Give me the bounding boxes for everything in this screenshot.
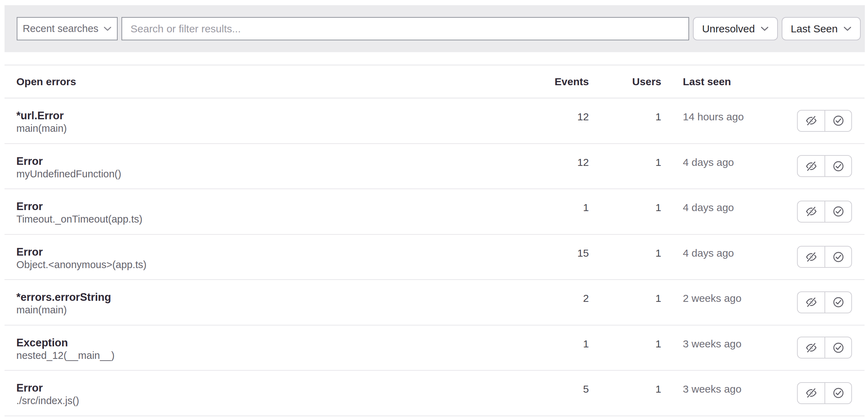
check-circle-icon <box>833 296 844 308</box>
issue-last-seen: 4 days ago <box>661 189 795 234</box>
column-header-open-errors: Open errors <box>16 76 530 88</box>
issue-last-seen: 14 hours ago <box>661 98 795 143</box>
issue-users-count: 1 <box>589 325 661 370</box>
row-action-group <box>797 155 852 177</box>
issue-title[interactable]: Error <box>16 200 530 213</box>
issue-title[interactable]: Error <box>16 155 530 168</box>
issue-events-count: 1 <box>530 325 589 370</box>
issue-culprit: main(main) <box>16 122 530 135</box>
row-action-group <box>797 382 852 404</box>
issue-row[interactable]: Error Timeout._onTimeout(app.ts) 1 1 4 d… <box>5 189 865 235</box>
table-body: *url.Error main(main) 12 1 14 hours ago <box>5 98 865 416</box>
resolve-button[interactable] <box>824 292 851 313</box>
mute-button[interactable] <box>798 337 824 358</box>
resolve-button[interactable] <box>824 156 851 176</box>
issue-users-count: 1 <box>589 235 661 280</box>
column-header-last-seen: Last seen <box>661 76 795 88</box>
mute-button[interactable] <box>798 292 824 313</box>
column-header-users: Users <box>589 76 661 88</box>
check-circle-icon <box>833 160 844 172</box>
issue-events-count: 1 <box>530 189 589 234</box>
eye-slash-icon <box>805 160 817 172</box>
issue-events-count: 12 <box>530 144 589 189</box>
row-action-group <box>797 201 852 223</box>
resolve-button[interactable] <box>824 111 851 131</box>
issue-events-count: 2 <box>530 280 589 325</box>
resolve-button[interactable] <box>824 383 851 403</box>
row-action-group <box>797 246 852 268</box>
issue-last-seen: 3 weeks ago <box>661 371 795 416</box>
issue-row[interactable]: Error myUndefinedFunction() 12 1 4 days … <box>5 144 865 190</box>
row-action-group <box>797 110 852 132</box>
issue-row[interactable]: Exception nested_12(__main__) 1 1 3 week… <box>5 325 865 371</box>
issue-row[interactable]: Error ./src/index.js() 5 1 3 weeks ago <box>5 371 865 416</box>
resolve-button[interactable] <box>824 201 851 222</box>
eye-slash-icon <box>805 296 817 308</box>
mute-button[interactable] <box>798 111 824 131</box>
mute-button[interactable] <box>798 383 824 403</box>
issue-events-count: 15 <box>530 235 589 280</box>
issues-page: Recent searches Unresolved Last Seen Ope… <box>0 0 868 418</box>
eye-slash-icon <box>805 251 817 263</box>
resolve-button[interactable] <box>824 247 851 267</box>
recent-searches-label: Recent searches <box>23 23 98 34</box>
check-circle-icon <box>833 115 844 127</box>
column-header-events: Events <box>530 76 589 88</box>
row-action-group <box>797 291 852 313</box>
issue-title[interactable]: Exception <box>16 336 530 349</box>
issue-users-count: 1 <box>589 144 661 189</box>
filter-bar: Recent searches Unresolved Last Seen <box>5 5 865 52</box>
eye-slash-icon <box>805 342 817 354</box>
issue-culprit: ./src/index.js() <box>16 394 530 407</box>
chevron-down-icon <box>103 26 112 31</box>
eye-slash-icon <box>805 387 817 399</box>
chevron-down-icon <box>760 26 769 31</box>
issue-last-seen: 2 weeks ago <box>661 280 795 325</box>
issue-users-count: 1 <box>589 280 661 325</box>
issue-title[interactable]: *errors.errorString <box>16 291 530 304</box>
mute-button[interactable] <box>798 201 824 222</box>
issue-culprit: main(main) <box>16 304 530 316</box>
issue-last-seen: 3 weeks ago <box>661 325 795 370</box>
issues-table: Open errors Events Users Last seen *url.… <box>5 65 865 416</box>
issue-users-count: 1 <box>589 98 661 143</box>
search-input[interactable] <box>122 18 688 40</box>
issue-culprit: myUndefinedFunction() <box>16 168 530 180</box>
sort-filter-button[interactable]: Last Seen <box>782 17 861 40</box>
issue-events-count: 5 <box>530 371 589 416</box>
search-box <box>121 17 689 40</box>
issue-users-count: 1 <box>589 371 661 416</box>
check-circle-icon <box>833 342 844 354</box>
status-filter-label: Unresolved <box>702 23 755 35</box>
status-filter-button[interactable]: Unresolved <box>693 17 778 40</box>
issue-culprit: Object.<anonymous>(app.ts) <box>16 258 530 271</box>
issue-last-seen: 4 days ago <box>661 144 795 189</box>
recent-searches-dropdown[interactable]: Recent searches <box>17 17 118 40</box>
check-circle-icon <box>833 387 844 399</box>
mute-button[interactable] <box>798 156 824 176</box>
issue-culprit: nested_12(__main__) <box>16 349 530 362</box>
issue-last-seen: 4 days ago <box>661 235 795 280</box>
sort-filter-label: Last Seen <box>791 23 838 35</box>
issue-title[interactable]: *url.Error <box>16 109 530 122</box>
issue-users-count: 1 <box>589 189 661 234</box>
issue-row[interactable]: Error Object.<anonymous>(app.ts) 15 1 4 … <box>5 235 865 280</box>
eye-slash-icon <box>805 206 817 217</box>
issue-row[interactable]: *url.Error main(main) 12 1 14 hours ago <box>5 98 865 144</box>
table-header: Open errors Events Users Last seen <box>5 65 865 98</box>
check-circle-icon <box>833 251 844 263</box>
chevron-down-icon <box>843 26 852 31</box>
issue-title[interactable]: Error <box>16 381 530 394</box>
eye-slash-icon <box>805 115 817 127</box>
issue-title[interactable]: Error <box>16 246 530 258</box>
issue-culprit: Timeout._onTimeout(app.ts) <box>16 213 530 226</box>
issue-row[interactable]: *errors.errorString main(main) 2 1 2 wee… <box>5 280 865 325</box>
row-action-group <box>797 337 852 359</box>
resolve-button[interactable] <box>824 337 851 358</box>
issue-events-count: 12 <box>530 98 589 143</box>
mute-button[interactable] <box>798 247 824 267</box>
check-circle-icon <box>833 206 844 217</box>
